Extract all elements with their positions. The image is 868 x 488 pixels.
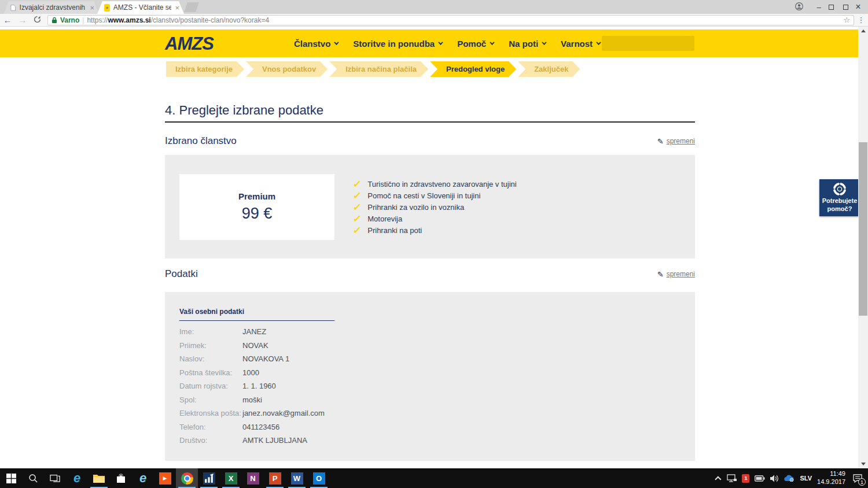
- update-alert-icon[interactable]: 1: [742, 474, 749, 483]
- restore-button[interactable]: [829, 3, 848, 12]
- taskbar-onenote-icon[interactable]: N: [242, 468, 264, 488]
- site-search[interactable]: [602, 36, 694, 51]
- taskbar-chrome-icon[interactable]: [176, 468, 198, 488]
- close-tab-icon[interactable]: ×: [90, 4, 94, 12]
- benefit-text: Prihranki na poti: [367, 226, 422, 235]
- nav-item-label: Članstvo: [294, 39, 330, 49]
- benefit-text: Motorevija: [367, 215, 402, 223]
- new-tab-button[interactable]: [184, 2, 199, 12]
- back-button[interactable]: ←: [0, 15, 15, 25]
- nav-item-label: Varnost: [561, 39, 593, 49]
- battery-icon[interactable]: [755, 475, 765, 482]
- benefit-text: Prihranki za vozilo in voznika: [367, 203, 464, 212]
- reload-button[interactable]: [30, 15, 45, 25]
- field-row: Datum rojstva:1. 1. 1960: [179, 379, 325, 393]
- taskbar-word-icon[interactable]: W: [286, 468, 308, 488]
- benefit-item: ✓Prihranki na poti: [353, 224, 517, 236]
- taskbar-movies-tv-icon[interactable]: ▶: [154, 468, 176, 488]
- display-network-icon[interactable]: [727, 474, 737, 482]
- tray-date: 14.9.2017: [817, 478, 845, 485]
- tab-title: Izvajalci zdravstvenih sto: [20, 3, 87, 12]
- tab-amzs[interactable]: ≡ AMZS - Včlanite se! | AM ×: [97, 1, 184, 14]
- browser-window: Izvajalci zdravstvenih sto × ≡ AMZS - Vč…: [0, 0, 868, 488]
- volume-icon[interactable]: [770, 475, 779, 482]
- taskbar-start-icon[interactable]: [0, 468, 22, 488]
- taskbar-power-bi-icon[interactable]: [198, 468, 220, 488]
- url-text[interactable]: https://www.amzs.si/clanstvo/postanite-c…: [87, 16, 269, 24]
- taskbar-search-icon[interactable]: [22, 468, 44, 488]
- taskbar-outlook-icon[interactable]: O: [308, 468, 330, 488]
- close-tab-icon[interactable]: ×: [175, 4, 179, 12]
- field-label: Elektronska pošta:: [179, 409, 242, 417]
- lifebuoy-icon: [833, 183, 846, 195]
- browser-toolbar: ← → Varno | https://www.amzs.si/clanstvo…: [0, 14, 868, 27]
- taskbar-file-explorer-icon[interactable]: [88, 468, 110, 488]
- data-edit-link[interactable]: ✎ spremeni: [657, 270, 695, 279]
- membership-section-header: Izbrano članstvo ✎ spremeni: [165, 135, 695, 147]
- field-row: Poštna številka:1000: [179, 366, 325, 380]
- action-center-icon[interactable]: 1: [851, 471, 865, 485]
- close-button[interactable]: ×: [848, 2, 868, 12]
- scroll-down-icon[interactable]: [858, 460, 868, 468]
- field-row: Elektronska pošta:janez.novak@gmail.com: [179, 406, 325, 420]
- taskbar-powerpoint-icon[interactable]: P: [264, 468, 286, 488]
- membership-edit-link[interactable]: ✎ spremeni: [657, 137, 695, 146]
- wizard-step-2[interactable]: Vnos podatkov: [246, 61, 328, 77]
- amzs-logo[interactable]: AMZS: [165, 34, 214, 54]
- plan-card: Premium 99 €: [179, 174, 334, 240]
- wizard-step-3[interactable]: Izbira načina plačila: [329, 61, 428, 77]
- field-value: 041123456: [242, 423, 279, 431]
- wizard-step-4[interactable]: Predogled vloge: [430, 61, 516, 77]
- personal-data-group-title: Vaši osebni podatki: [179, 308, 334, 321]
- scroll-up-icon[interactable]: [858, 27, 868, 35]
- check-icon: ✓: [352, 224, 362, 236]
- nav-item-storitve-in-ponudba[interactable]: Storitve in ponudba: [353, 39, 442, 49]
- field-label: Telefon:: [179, 423, 242, 431]
- taskbar-store-icon[interactable]: [110, 468, 132, 488]
- tray-expand-icon[interactable]: [715, 476, 722, 482]
- pencil-icon: ✎: [657, 270, 664, 279]
- nav-item-članstvo[interactable]: Članstvo: [294, 39, 337, 49]
- taskbar-task-view-icon[interactable]: [44, 468, 66, 488]
- onedrive-cloud-icon[interactable]: [784, 475, 795, 482]
- system-tray: 1 SLV 11:49 14.9.2017 1: [717, 468, 868, 488]
- browser-menu-icon[interactable]: ⋮: [854, 16, 868, 24]
- chevron-down-icon: [438, 40, 443, 45]
- field-label: Datum rojstva:: [179, 382, 242, 390]
- chevron-down-icon: [334, 40, 339, 45]
- wizard-steps: Izbira kategorijeVnos podatkovIzbira nač…: [166, 61, 580, 77]
- address-bar[interactable]: Varno | https://www.amzs.si/clanstvo/pos…: [47, 15, 854, 25]
- field-row: Spol:moški: [179, 393, 325, 407]
- lock-icon: [52, 17, 57, 24]
- nav-item-pomoč[interactable]: Pomoč: [457, 39, 493, 49]
- field-row: Ime:JANEZ: [179, 325, 325, 339]
- field-value: NOVAKOVA 1: [242, 354, 289, 363]
- taskbar-internet-explorer-icon[interactable]: e: [132, 468, 154, 488]
- benefit-text: Pomoč na cesti v Sloveniji in tujini: [367, 191, 480, 200]
- chevron-down-icon: [490, 40, 494, 45]
- field-value: JANEZ: [242, 327, 266, 336]
- wizard-step-1[interactable]: Izbira kategorije: [166, 61, 244, 77]
- nav-item-varnost[interactable]: Varnost: [561, 39, 599, 49]
- profile-icon[interactable]: [789, 2, 809, 12]
- nav-item-na-poti[interactable]: Na poti: [509, 39, 545, 49]
- benefit-item: ✓Pomoč na cesti v Sloveniji in tujini: [353, 190, 517, 201]
- taskbar-edge-icon[interactable]: e: [66, 468, 88, 488]
- scrollbar-thumb[interactable]: [859, 142, 867, 316]
- membership-section-title: Izbrano članstvo: [165, 135, 237, 147]
- bookmark-star-icon[interactable]: ☆: [843, 16, 850, 24]
- check-icon: ✓: [352, 213, 362, 225]
- clock[interactable]: 11:49 14.9.2017: [817, 470, 845, 486]
- field-value: 1000: [242, 368, 259, 377]
- taskbar-excel-icon[interactable]: X: [220, 468, 242, 488]
- search-input[interactable]: [602, 36, 711, 51]
- tab-izvajalci[interactable]: Izvajalci zdravstvenih sto ×: [3, 1, 99, 14]
- language-indicator[interactable]: SLV: [800, 475, 812, 482]
- benefit-item: ✓Prihranki za vozilo in voznika: [353, 201, 517, 213]
- security-label[interactable]: Varno: [60, 16, 79, 24]
- nav-item-label: Storitve in ponudba: [353, 39, 435, 49]
- wizard-step-5[interactable]: Zaključek: [518, 61, 580, 77]
- minimize-button[interactable]: –: [809, 3, 829, 12]
- help-button[interactable]: Potrebujetepomoč?: [819, 179, 860, 216]
- scrollbar[interactable]: [858, 27, 868, 468]
